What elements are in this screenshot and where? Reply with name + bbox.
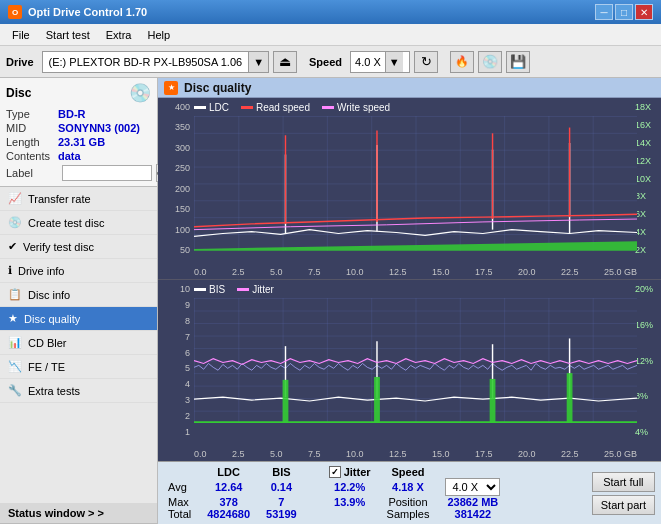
speed-label: Speed [309,56,342,68]
chart-bottom-x-labels: 0.0 2.5 5.0 7.5 10.0 12.5 15.0 17.5 20.0… [194,449,637,459]
y-right-label: 4X [635,227,659,237]
max-jitter: 13.9% [321,496,379,508]
th-spacer [305,466,321,478]
legend-write-speed: Write speed [322,102,390,113]
disc-quality-icon: ★ [8,312,18,325]
menu-file[interactable]: File [4,27,38,43]
y-label: 100 [160,225,190,235]
menu-help[interactable]: Help [139,27,178,43]
sidebar-item-extra-tests[interactable]: 🔧 Extra tests [0,379,157,403]
speed-selector-cell[interactable]: 4.0 X [437,478,508,496]
stats-max-row: Max 378 7 13.9% Position 23862 MB [166,496,508,508]
sidebar-item-fe-te[interactable]: 📉 FE / TE [0,355,157,379]
chart-top-svg [194,116,637,251]
sidebar-item-cd-bler[interactable]: 📊 CD Bler [0,331,157,355]
menu-extra[interactable]: Extra [98,27,140,43]
y-label: 200 [160,184,190,194]
y-label: 3 [160,395,190,405]
speed-selector[interactable]: 4.0 X ▼ [350,51,410,73]
menu-bar: File Start test Extra Help [0,24,661,46]
x-label: 20.0 [518,267,536,277]
save-button[interactable]: 💾 [506,51,530,73]
disc-mid-key: MID [6,122,58,134]
svg-rect-18 [283,380,289,423]
charts-area: LDC Read speed Write speed 400 350 30 [158,98,661,461]
drive-selector[interactable]: (E:) PLEXTOR BD-R PX-LB950SA 1.06 ▼ [42,51,270,73]
speed-val: 4.18 X [379,478,438,496]
legend-read-speed: Read speed [241,102,310,113]
y-label: 1 [160,427,190,437]
jitter-checkbox[interactable]: ✓ [329,466,341,478]
th-speed: Speed [379,466,438,478]
th-bis: BIS [258,466,305,478]
status-window-button[interactable]: Status window > > [0,503,157,524]
avg-bis: 0.14 [258,478,305,496]
minimize-button[interactable]: ─ [595,4,613,20]
spacer4 [321,508,379,520]
menu-start-test[interactable]: Start test [38,27,98,43]
x-label: 10.0 [346,267,364,277]
disc-contents-key: Contents [6,150,58,162]
chart-bottom-legend: BIS Jitter [194,284,274,295]
max-ldc: 378 [199,496,258,508]
avg-jitter: 12.2% [321,478,379,496]
x-label: 15.0 [432,449,450,459]
refresh-button[interactable]: ↻ [414,51,438,73]
sidebar-item-create-test-disc[interactable]: 💿 Create test disc [0,211,157,235]
bottom-stats-area: LDC BIS ✓ Jitter Speed [158,462,661,524]
sidebar-item-transfer-rate[interactable]: 📈 Transfer rate [0,187,157,211]
total-ldc: 4824680 [199,508,258,520]
disc-mid-val: SONYNN3 (002) [58,122,140,134]
sidebar-item-label: Disc info [28,289,70,301]
chart-top-y-right: 18X 16X 14X 12X 10X 8X 6X 4X 2X [633,98,661,259]
y-right-label: 12X [635,156,659,166]
sidebar-item-disc-info[interactable]: 📋 Disc info [0,283,157,307]
spacer3 [305,508,321,520]
disc-label-input[interactable] [62,165,152,181]
max-label: Max [166,496,199,508]
x-label: 22.5 [561,449,579,459]
drive-dropdown-arrow[interactable]: ▼ [248,52,268,72]
chart-bottom: BIS Jitter 10 9 8 7 6 5 4 3 [158,280,661,461]
position-label: Position [379,496,438,508]
start-buttons-area: Start full Start part [586,462,661,524]
x-label: 22.5 [561,267,579,277]
sidebar-item-label: Transfer rate [28,193,91,205]
y-label: 6 [160,348,190,358]
svg-rect-20 [490,379,496,423]
y-right-label: 16X [635,120,659,130]
disc-type-row: Type BD-R [6,108,151,120]
sidebar-item-drive-info[interactable]: ℹ Drive info [0,259,157,283]
sidebar-item-label: Extra tests [28,385,80,397]
transfer-rate-icon: 📈 [8,192,22,205]
maximize-button[interactable]: □ [615,4,633,20]
y-label: 8 [160,316,190,326]
chart-bottom-svg [194,298,637,423]
disc-type-key: Type [6,108,58,120]
sidebar-item-disc-quality[interactable]: ★ Disc quality [0,307,157,331]
sidebar-item-verify-test-disc[interactable]: ✔ Verify test disc [0,235,157,259]
svg-rect-1 [194,116,637,251]
disc-section-label: Disc [6,86,31,100]
eject-button[interactable]: ⏏ [273,51,297,73]
legend-read-speed-label: Read speed [256,102,310,113]
avg-ldc: 12.64 [199,478,258,496]
stats-avg-row: Avg 12.64 0.14 12.2% 4.18 X 4.0 X [166,478,508,496]
total-bis: 53199 [258,508,305,520]
speed-select-dropdown[interactable]: 4.0 X [445,478,500,496]
samples-label: Samples [379,508,438,520]
close-button[interactable]: ✕ [635,4,653,20]
speed-dropdown-arrow[interactable]: ▼ [385,52,403,72]
th-jitter-check[interactable]: ✓ Jitter [321,466,379,478]
stats-table: LDC BIS ✓ Jitter Speed [166,466,508,520]
burn-icon-button[interactable]: 🔥 [450,51,474,73]
disc-icon-button[interactable]: 💿 [478,51,502,73]
legend-jitter: Jitter [237,284,274,295]
y-right-label: 6X [635,209,659,219]
x-label: 2.5 [232,449,245,459]
y-label: 350 [160,122,190,132]
x-label: 12.5 [389,267,407,277]
start-full-button[interactable]: Start full [592,472,655,492]
start-part-button[interactable]: Start part [592,495,655,515]
y-right-label: 10X [635,174,659,184]
